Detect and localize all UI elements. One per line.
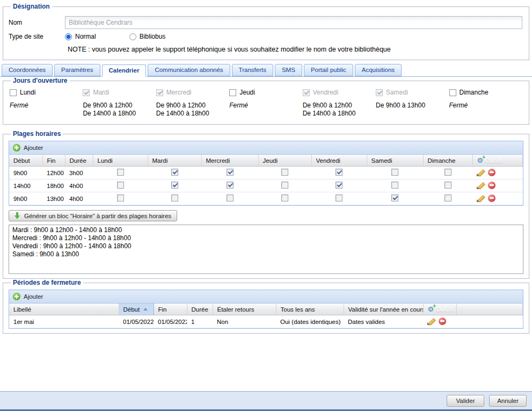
empty-cell bbox=[456, 315, 523, 328]
checkbox-mardi bbox=[83, 89, 90, 96]
edit-pencil-icon[interactable] bbox=[477, 181, 485, 189]
radio-bibliobus[interactable]: Bibliobus bbox=[129, 33, 166, 40]
checkbox-vendredi[interactable] bbox=[336, 182, 342, 189]
footer-bar: Valider Annuler bbox=[0, 391, 532, 409]
delete-icon[interactable] bbox=[488, 169, 495, 176]
tous-les-ans-cell: Oui (dates identiques) bbox=[276, 315, 344, 328]
checkbox-jeudi[interactable] bbox=[229, 89, 236, 96]
column-header-samedi[interactable]: Samedi bbox=[367, 155, 423, 167]
radio-normal-label: Normal bbox=[75, 33, 96, 40]
horaire-textarea[interactable]: Mardi : 9h00 à 12h00 - 14h00 à 18h00 Mer… bbox=[9, 225, 523, 274]
delete-icon[interactable] bbox=[439, 318, 446, 325]
etaler-retours-cell: Non bbox=[213, 315, 276, 328]
valider-button[interactable]: Valider bbox=[447, 395, 484, 407]
column-header-jeudi[interactable]: Jeudi bbox=[258, 155, 311, 167]
radio-normal[interactable]: Normal bbox=[65, 33, 96, 40]
delete-icon[interactable] bbox=[488, 194, 495, 202]
checkbox-jeudi[interactable] bbox=[281, 194, 288, 201]
debut-cell: 14h00 bbox=[9, 179, 42, 192]
radio-normal-control[interactable] bbox=[65, 33, 72, 40]
column-header-label: Fin bbox=[47, 157, 56, 164]
checkbox-dimanche[interactable] bbox=[449, 89, 456, 96]
plages-add-button[interactable]: Ajouter bbox=[13, 144, 43, 152]
column-header-dimanche[interactable]: Dimanche bbox=[423, 155, 472, 167]
day-column-samedi: SamediDe 9h00 à 13h00 bbox=[376, 88, 449, 118]
schedule-line: De 9h00 à 12h00 bbox=[83, 102, 156, 110]
tab-parametres[interactable]: Paramètres bbox=[54, 64, 100, 76]
nom-input[interactable] bbox=[65, 16, 522, 29]
gear-plus-icon bbox=[477, 157, 484, 164]
plages-grid-panel: Ajouter DébutFinDuréeLundiMardiMercrediJ… bbox=[9, 141, 523, 206]
column-header-debut[interactable]: Début bbox=[119, 304, 154, 315]
periodes-grid-panel: Ajouter LibelléDébutFinDuréeÉtaler retou… bbox=[9, 290, 523, 329]
column-header-fin[interactable]: Fin bbox=[42, 155, 65, 167]
checkbox-samedi[interactable] bbox=[391, 194, 398, 201]
checkbox-mardi[interactable] bbox=[171, 169, 178, 176]
tab-communication-abonnes[interactable]: Communication abonnés bbox=[148, 64, 230, 76]
delete-icon[interactable] bbox=[488, 182, 495, 189]
checkbox-mercredi bbox=[156, 89, 163, 96]
tab-acquisitions[interactable]: Acquisitions bbox=[355, 64, 402, 76]
column-header-fin[interactable]: Fin bbox=[154, 304, 187, 315]
column-header-label: Début bbox=[123, 306, 140, 313]
edit-pencil-icon[interactable] bbox=[477, 194, 485, 202]
schedule-line: De 9h00 à 13h00 bbox=[376, 102, 449, 110]
checkbox-jeudi[interactable] bbox=[281, 169, 288, 176]
day-column-mercredi: MercrediDe 9h00 à 12h00De 14h00 à 18h00 bbox=[156, 88, 229, 118]
column-header-vendredi[interactable]: Vendredi bbox=[311, 155, 367, 167]
checkbox-mardi[interactable] bbox=[171, 194, 178, 201]
day-column-mardi: MardiDe 9h00 à 12h00De 14h00 à 18h00 bbox=[83, 88, 156, 118]
column-header-lundi[interactable]: Lundi bbox=[93, 155, 148, 167]
column-header-duree[interactable]: Durée bbox=[187, 304, 213, 315]
column-header-libelle[interactable]: Libellé bbox=[9, 304, 119, 315]
tab-coordonnees[interactable]: Coordonnées bbox=[2, 64, 53, 76]
column-header-mardi[interactable]: Mardi bbox=[148, 155, 201, 167]
plages-toolbar: Ajouter bbox=[9, 141, 523, 155]
column-header-duree[interactable]: Durée bbox=[65, 155, 93, 167]
validite-cell: Dates valides bbox=[344, 315, 423, 328]
checkbox-lundi[interactable] bbox=[117, 194, 124, 201]
column-header-empty bbox=[456, 304, 523, 315]
checkbox-mercredi[interactable] bbox=[227, 182, 234, 189]
checkbox-lundi[interactable] bbox=[117, 169, 124, 176]
column-header-tous-les-ans[interactable]: Tous les ans bbox=[276, 304, 344, 315]
column-header-mercredi[interactable]: Mercredi bbox=[201, 155, 258, 167]
fin-cell: 18h00 bbox=[42, 179, 65, 192]
checkbox-dimanche[interactable] bbox=[444, 169, 451, 176]
fin-cell: 12h00 bbox=[42, 167, 65, 179]
annuler-button[interactable]: Annuler bbox=[489, 395, 527, 407]
checkbox-dimanche[interactable] bbox=[444, 182, 451, 189]
sort-asc-icon bbox=[143, 308, 148, 311]
checkbox-mercredi[interactable] bbox=[227, 194, 234, 201]
checkbox-jeudi[interactable] bbox=[281, 182, 288, 189]
tab-sms[interactable]: SMS bbox=[275, 64, 302, 76]
tab-transferts[interactable]: Transferts bbox=[232, 64, 273, 76]
tab-calendrier[interactable]: Calendrier bbox=[102, 64, 147, 77]
checkbox-mercredi[interactable] bbox=[227, 169, 234, 176]
checkbox-vendredi[interactable] bbox=[336, 194, 342, 201]
radio-bibliobus-control[interactable] bbox=[129, 33, 136, 40]
day-label-dimanche: Dimanche bbox=[460, 89, 489, 96]
generer-bloc-horaire-button[interactable]: Générer un bloc "Horaire" à partir des p… bbox=[9, 210, 177, 221]
edit-pencil-icon[interactable] bbox=[477, 168, 485, 176]
column-header-debut[interactable]: Début bbox=[9, 155, 42, 167]
column-header-label: Samedi bbox=[371, 157, 392, 164]
checkbox-mardi[interactable] bbox=[171, 182, 178, 189]
checkbox-dimanche[interactable] bbox=[444, 194, 451, 201]
checkbox-samedi[interactable] bbox=[391, 182, 398, 189]
periodes-add-button[interactable]: Ajouter bbox=[13, 293, 43, 300]
type-de-site-label: Type de site bbox=[9, 33, 65, 40]
checkbox-lundi[interactable] bbox=[117, 182, 124, 189]
column-header-etaler-retours[interactable]: Étaler retours bbox=[213, 304, 276, 315]
column-header-label: Fin bbox=[158, 306, 167, 313]
checkbox-lundi[interactable] bbox=[10, 89, 17, 96]
schedule-line: Fermé bbox=[10, 102, 83, 110]
column-header-label: Durée bbox=[70, 157, 86, 164]
checkbox-vendredi[interactable] bbox=[336, 169, 342, 176]
tab-portail-public[interactable]: Portail public bbox=[304, 64, 353, 76]
column-header-validite-sur-l-annee-en-cours[interactable]: Validité sur l'année en cours bbox=[344, 304, 423, 315]
edit-pencil-icon[interactable] bbox=[427, 317, 435, 325]
checkbox-samedi[interactable] bbox=[391, 169, 398, 176]
down-arrow-icon bbox=[14, 212, 20, 219]
tools-header-label: Outils bbox=[485, 157, 503, 164]
